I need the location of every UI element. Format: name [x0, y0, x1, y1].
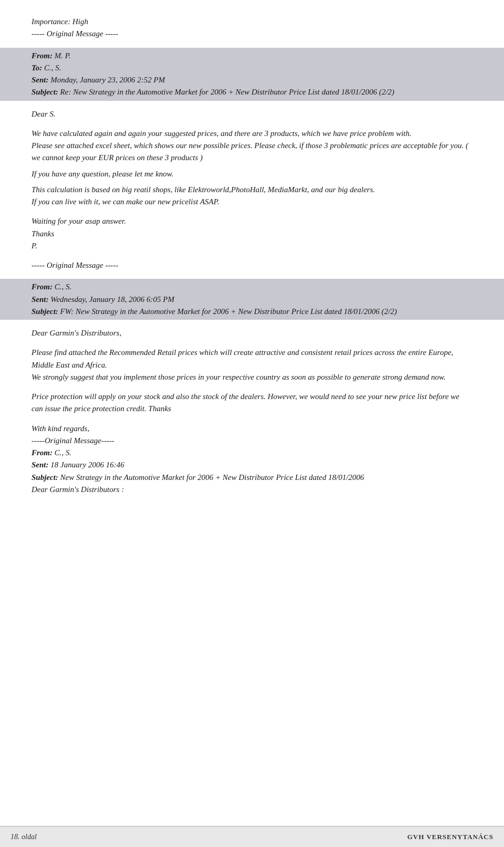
- from-value-1: M. P.: [52, 51, 71, 60]
- body-p1: We have calculated again and again your …: [32, 128, 472, 140]
- subject-label-3: Subject:: [32, 473, 58, 482]
- from-line-1: From: M. P.: [32, 50, 472, 62]
- sent-value-3: 18 January 2006 16:46: [49, 461, 124, 469]
- subject-label-1: Subject:: [32, 88, 58, 96]
- body-p4: This calculation is based on big reatil …: [32, 184, 472, 196]
- footer-page-number: 18. oldal: [10, 833, 37, 841]
- original-message-header-2: ----- Original Message -----: [32, 259, 472, 271]
- page-content: Importance: High ----- Original Message …: [0, 0, 504, 819]
- body-p2: Please see attached excel sheet, which s…: [32, 140, 472, 164]
- from-value-3: C., S.: [52, 448, 71, 457]
- to-line-1: To: C., S.: [32, 62, 472, 74]
- body2-p5: -----Original Message-----: [32, 435, 472, 447]
- from-line-2: From: C., S.: [32, 281, 472, 293]
- body2-p2: We strongly suggest that you implement t…: [32, 371, 472, 383]
- email-header-1: From: M. P. To: C., S. Sent: Monday, Jan…: [0, 48, 504, 101]
- email-header-2: From: C., S. Sent: Wednesday, January 18…: [0, 279, 504, 320]
- body-p8: P.: [32, 240, 472, 252]
- sent-line-2: Sent: Wednesday, January 18, 2006 6:05 P…: [32, 294, 472, 306]
- to-value-1: C., S.: [42, 64, 61, 72]
- subject-line-1: Subject: Re: New Strategy in the Automot…: [32, 86, 472, 98]
- dear-3: Dear Garmin's Distributors :: [32, 484, 472, 496]
- body2-p3: Price protection will apply on your stoc…: [32, 391, 472, 415]
- subject-line-3: Subject: New Strategy in the Automotive …: [32, 472, 472, 484]
- subject-value-1: Re: New Strategy in the Automotive Marke…: [58, 88, 394, 96]
- body2-p1: Please find attached the Recommended Ret…: [32, 347, 472, 371]
- footer-organization: GVH VERSENYTANÁCS: [407, 833, 494, 841]
- sent-line-3: Sent: 18 January 2006 16:46: [32, 459, 472, 471]
- page-footer: 18. oldal GVH VERSENYTANÁCS: [0, 826, 504, 847]
- sent-label-2: Sent:: [32, 295, 49, 304]
- subject-value-2: FW: New Strategy in the Automotive Marke…: [58, 307, 397, 316]
- from-value-2: C., S.: [52, 283, 71, 291]
- body-p3: If you have any question, please let me …: [32, 168, 472, 180]
- sent-label-1: Sent:: [32, 76, 49, 84]
- body2-p4: With kind regards,: [32, 423, 472, 435]
- sent-value-2: Wednesday, January 18, 2006 6:05 PM: [49, 295, 174, 304]
- original-message-header-1: ----- Original Message -----: [32, 28, 472, 40]
- sent-label-3: Sent:: [32, 461, 49, 469]
- dear-2: Dear Garmin's Distributors,: [32, 327, 472, 339]
- sent-line-1: Sent: Monday, January 23, 2006 2:52 PM: [32, 74, 472, 86]
- importance-line: Importance: High: [32, 16, 472, 28]
- dear-1: Dear S.: [32, 108, 472, 120]
- from-label-3: From:: [32, 448, 52, 457]
- body-p5: If you can live with it, we can make our…: [32, 196, 472, 208]
- to-label-1: To:: [32, 64, 42, 72]
- from-line-3: From: C., S.: [32, 447, 472, 459]
- subject-line-2: Subject: FW: New Strategy in the Automot…: [32, 306, 472, 318]
- sent-value-1: Monday, January 23, 2006 2:52 PM: [49, 76, 165, 84]
- subject-value-3: New Strategy in the Automotive Market fo…: [58, 473, 364, 482]
- from-label-1: From:: [32, 51, 52, 60]
- body-p7: Thanks: [32, 228, 472, 240]
- body-p6: Waiting for your asap answer.: [32, 215, 472, 227]
- from-label-2: From:: [32, 283, 52, 291]
- subject-label-2: Subject:: [32, 307, 58, 316]
